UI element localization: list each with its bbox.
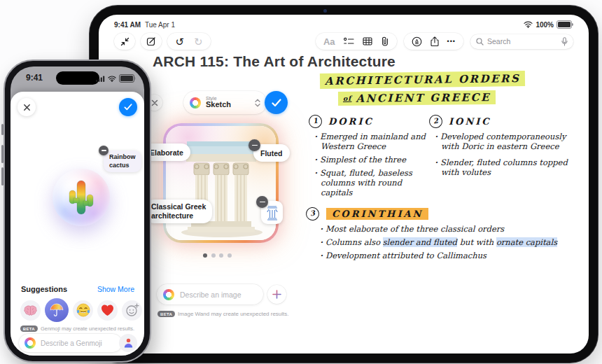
person-genmoji-button[interactable] [119,334,137,352]
suggestion-rainbow-umbrella-genmoji[interactable] [45,298,69,322]
describe-image-field[interactable] [178,290,257,300]
wifi-icon [108,76,116,82]
battery-percent: 100% [536,21,554,29]
remove-tag-thumbnail-button[interactable] [256,196,268,208]
search-placeholder: Search [487,37,558,46]
iphone-screen: 9:41 [10,66,144,356]
markup-button[interactable] [412,36,422,47]
page-dot[interactable] [227,253,232,258]
genmoji-confirm-button[interactable] [119,98,137,116]
generated-image-card[interactable] [163,123,279,243]
text-format-button[interactable]: Aa [323,36,335,47]
doric-bullet: Squat, fluted, baseless columns with rou… [314,168,429,197]
remove-tag-fluted-button[interactable] [248,139,260,151]
describe-genmoji-field[interactable] [39,339,116,348]
genmoji-sheet: Rainbow cactus Suggestions Show More [10,92,144,356]
ionic-bullet: Slender, fluted columns topped with volu… [435,158,579,177]
ipad-date: Tue Apr 1 [145,21,175,29]
dynamic-island [56,71,99,85]
undo-button[interactable]: ↺ [175,36,184,47]
describe-image-input[interactable] [157,284,263,304]
notes-section-doric: 1 DORIC Emerged in mainland and Western … [309,115,429,201]
share-button[interactable] [430,36,439,47]
notes-section-ionic: 2 IONIC Developed contemporaneously with… [429,115,579,201]
volume-down-button [1,167,4,186]
apple-intelligence-icon [163,289,174,300]
image-wand-disclaimer: BETA Image Wand may create unexpected re… [158,311,289,317]
page-dot[interactable] [219,253,223,258]
ipad-status-bar-right: 100% [524,20,572,29]
more-options-button[interactable]: ••• [447,38,456,45]
apple-intelligence-icon [24,337,36,349]
show-more-link[interactable]: Show More [97,285,134,293]
page-dot-active[interactable] [203,253,207,258]
collapse-arrows-icon [120,37,130,46]
notes-heading-line2: ofANCIENT GREECE [338,90,496,106]
genmoji-close-button[interactable] [18,98,36,116]
corinthian-number: 3 [305,206,320,221]
suggestion-laughing-crying-emoji[interactable] [73,300,93,321]
handwritten-notes: ARCHITECTURAL ORDERS ofANCIENT GREECE 1 … [306,72,589,264]
beta-badge: BETA [20,326,38,332]
dictation-mic-icon[interactable] [561,37,568,46]
cellular-signal-icon [96,76,105,82]
image-wand-confirm-button[interactable] [265,91,288,114]
suggestions-label: Suggestions [21,285,67,293]
umbrella-icon [49,302,64,318]
iphone-time: 9:41 [26,73,43,83]
checkmark-icon [124,104,132,111]
doric-number: 1 [308,114,323,129]
add-prompt-button[interactable] [267,285,286,304]
redo-button[interactable]: ↻ [194,36,203,47]
describe-genmoji-input[interactable] [19,334,122,352]
corinthian-bullet: Most elaborate of the three classical or… [320,224,566,234]
tag-rainbow-cactus[interactable]: Rainbow cactus [104,150,141,172]
page-dot[interactable] [211,253,216,258]
suggestion-brain-emoji[interactable] [20,300,41,321]
action-button [1,124,4,135]
new-genmoji-button[interactable] [122,300,142,321]
suggestion-row [20,298,142,323]
image-playground-style-icon [190,97,201,108]
corinthian-bullet: Development attributed to Callimachus [320,251,566,260]
iphone-status-icons [96,74,134,83]
suggestion-red-heart-emoji[interactable] [97,300,118,321]
doric-bullet: Emerged in mainland and Western Greece [314,132,429,151]
remove-tag-rainbow-cactus-button[interactable] [99,146,108,155]
laughing-face-icon [76,303,90,317]
stage: 9:41 AMTue Apr 1 100% ↺ ↻ [0,0,602,364]
rainbow-cactus-genmoji [67,179,95,216]
ipad-device: 9:41 AMTue Apr 1 100% ↺ ↻ [90,6,598,363]
notes-toolbar-left: ↺ ↻ [114,33,211,50]
heart-icon [101,304,114,316]
ionic-title: IONIC [449,116,491,127]
person-icon [124,338,133,348]
notes-toolbar-right: Aa ••• Search [316,33,573,50]
doric-title: DORIC [328,116,374,127]
checkmark-icon [272,99,281,107]
collapse-toolbar-button[interactable] [114,33,135,50]
compose-note-button[interactable] [141,33,162,50]
close-icon [23,104,31,111]
close-icon [151,99,158,106]
attach-button[interactable] [381,36,389,46]
new-emoji-plus-icon [125,303,139,317]
format-tools-group: Aa [316,33,397,50]
table-button[interactable] [363,37,372,46]
tag-classical-greek-architecture[interactable]: Classical Greekarchitecture [145,200,212,223]
notes-section-corinthian: 3 CORINTHIAN Most elaborate of the three… [306,207,589,260]
battery-icon [556,20,572,29]
corinthian-bullet: Columns also slender and fluted but with… [320,237,566,247]
ipad-front-camera [323,9,327,13]
checklist-button[interactable] [344,37,354,46]
image-variant-page-dots[interactable] [203,253,232,258]
brain-icon [24,305,37,316]
iphone-device: 9:41 [4,59,151,363]
wifi-icon [524,21,533,28]
search-field[interactable]: Search [470,34,573,49]
battery-icon [119,74,134,83]
style-picker[interactable]: Style Sketch [183,91,267,114]
style-picker-value: Sketch [206,101,250,109]
beta-badge: BETA [158,311,175,317]
chevron-up-down-icon [255,99,260,107]
